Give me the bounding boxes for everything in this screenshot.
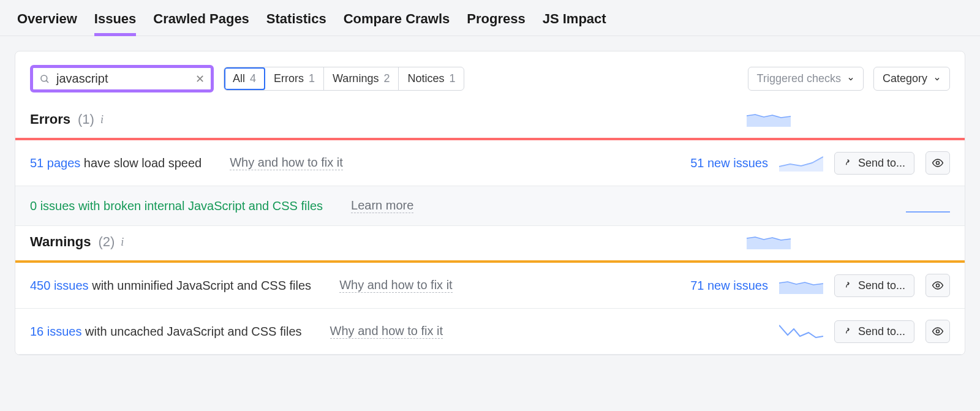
share-arrow-icon: [843, 281, 853, 290]
filter-label: Warnings: [333, 72, 379, 85]
section-title: Warnings: [30, 234, 91, 250]
filter-errors[interactable]: Errors1: [265, 67, 324, 90]
filter-all[interactable]: All4: [224, 67, 265, 90]
filter-warnings[interactable]: Warnings2: [324, 67, 399, 90]
toolbar: javascript ✕ All4Errors1Warnings2Notices…: [15, 51, 965, 104]
visibility-button[interactable]: [925, 320, 950, 343]
sparkline: [779, 154, 823, 172]
issue-count-link[interactable]: 51 pages: [30, 156, 80, 170]
filter-count: 1: [449, 72, 455, 85]
sparkline: [747, 232, 791, 249]
section-header: Warnings(2)i: [15, 226, 965, 260]
svg-point-4: [937, 284, 940, 287]
issues-panel: javascript ✕ All4Errors1Warnings2Notices…: [15, 51, 965, 355]
send-to-button[interactable]: Send to...: [834, 320, 914, 343]
search-input[interactable]: javascript ✕: [30, 65, 214, 92]
category-dropdown[interactable]: Category: [873, 67, 950, 91]
section-header: Errors(1)i: [15, 104, 965, 138]
issue-text: 0 issues with broken internal JavaScript…: [30, 199, 323, 213]
issue-row: 0 issues with broken internal JavaScript…: [15, 186, 965, 226]
section-count: (2): [98, 234, 115, 250]
send-to-label: Send to...: [858, 279, 905, 292]
tab-issues[interactable]: Issues: [94, 7, 137, 36]
issue-row: 450 issues with unminified JavaScript an…: [15, 263, 965, 309]
tab-compare-crawls[interactable]: Compare Crawls: [344, 7, 450, 36]
svg-point-2: [937, 162, 940, 165]
tab-statistics[interactable]: Statistics: [266, 7, 326, 36]
section-title: Errors: [30, 111, 70, 127]
new-issues-link[interactable]: 51 new issues: [690, 156, 768, 170]
info-icon[interactable]: i: [121, 236, 124, 249]
issue-text: 16 issues with uncached JavaScript and C…: [30, 325, 302, 339]
issue-row: 51 pages have slow load speedWhy and how…: [15, 140, 965, 186]
filter-segments: All4Errors1Warnings2Notices1: [224, 67, 464, 91]
dropdown-label: Triggered checks: [757, 72, 841, 85]
send-to-label: Send to...: [858, 157, 905, 170]
issue-count-link[interactable]: 16 issues: [30, 325, 82, 338]
visibility-button[interactable]: [925, 151, 950, 175]
dropdown-label: Category: [883, 72, 927, 85]
issue-text: 450 issues with unminified JavaScript an…: [30, 279, 311, 293]
nav-tabs: OverviewIssuesCrawled PagesStatisticsCom…: [0, 0, 980, 36]
tab-crawled-pages[interactable]: Crawled Pages: [153, 7, 249, 36]
sparkline: [779, 323, 823, 340]
eye-icon: [932, 279, 944, 292]
search-value: javascript: [56, 72, 189, 86]
filter-label: Errors: [274, 72, 304, 85]
send-to-button[interactable]: Send to...: [834, 152, 914, 175]
new-issues-link[interactable]: 71 new issues: [690, 279, 768, 293]
filter-label: Notices: [407, 72, 444, 85]
svg-point-5: [937, 330, 940, 333]
tab-progress[interactable]: Progress: [467, 7, 525, 36]
send-to-label: Send to...: [858, 325, 905, 338]
share-arrow-icon: [843, 326, 853, 336]
filter-notices[interactable]: Notices1: [399, 67, 464, 90]
issue-row: 16 issues with uncached JavaScript and C…: [15, 309, 965, 355]
tab-overview[interactable]: Overview: [17, 7, 77, 36]
search-icon: [39, 74, 50, 85]
why-link[interactable]: Why and how to fix it: [330, 324, 443, 339]
sparkline: [779, 277, 823, 294]
eye-icon: [932, 325, 944, 337]
why-link[interactable]: Why and how to fix it: [230, 156, 343, 170]
triggered-checks-dropdown[interactable]: Triggered checks: [748, 67, 864, 91]
filter-count: 2: [383, 72, 390, 85]
eye-icon: [932, 157, 944, 169]
tab-js-impact[interactable]: JS Impact: [543, 7, 606, 36]
section-count: (1): [78, 111, 94, 127]
visibility-button[interactable]: [925, 274, 950, 297]
chevron-down-icon: [847, 75, 854, 83]
sparkline: [906, 197, 950, 214]
filter-count: 1: [309, 72, 315, 85]
send-to-button[interactable]: Send to...: [834, 274, 914, 297]
issue-text: 51 pages have slow load speed: [30, 156, 202, 170]
info-icon[interactable]: i: [100, 113, 104, 126]
svg-point-0: [41, 75, 47, 81]
why-link[interactable]: Why and how to fix it: [339, 278, 453, 293]
issue-count-link[interactable]: 450 issues: [30, 279, 89, 292]
svg-line-1: [46, 80, 48, 83]
clear-search-icon[interactable]: ✕: [195, 72, 205, 86]
chevron-down-icon: [933, 75, 941, 83]
why-link[interactable]: Learn more: [351, 198, 413, 213]
share-arrow-icon: [843, 158, 853, 168]
filter-label: All: [233, 72, 245, 85]
filter-count: 4: [250, 72, 256, 85]
sparkline: [747, 110, 791, 127]
